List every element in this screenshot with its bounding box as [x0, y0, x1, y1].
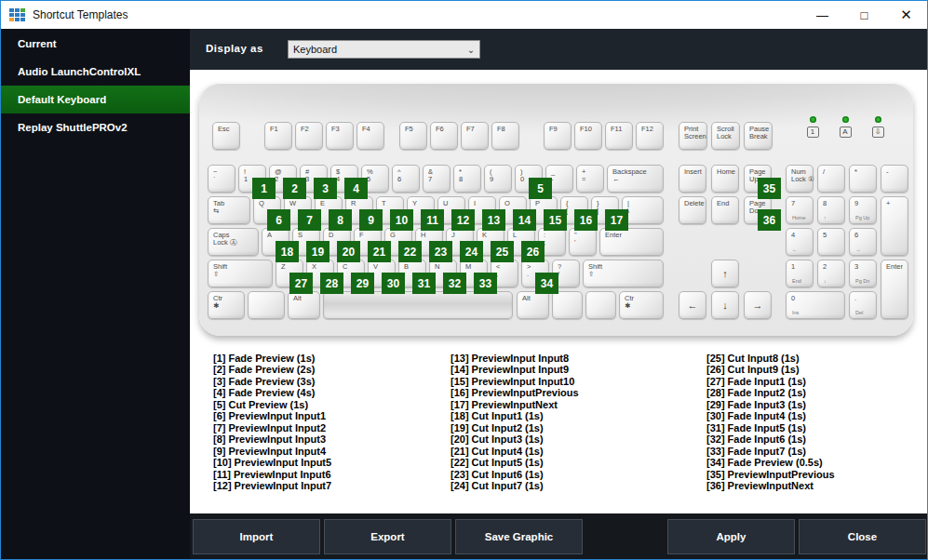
keyboard-key[interactable]: F6 — [430, 122, 458, 150]
keyboard-key[interactable]: + — [881, 196, 908, 256]
keyboard-key[interactable]: 4← — [786, 228, 814, 256]
keyboard-key[interactable]: ↑ — [711, 260, 739, 287]
keyboard-key[interactable]: += — [576, 165, 604, 193]
indicator-led: ⇩ — [867, 116, 888, 138]
keyboard-key[interactable]: Backspace← — [607, 165, 664, 193]
keyboard-key[interactable]: - — [881, 165, 908, 193]
titlebar: Shortcut Templates — □ ✕ — [1, 1, 927, 29]
keyboard-key[interactable]: ↓ — [711, 291, 739, 319]
keyboard-key[interactable]: → — [744, 291, 772, 319]
key-label: H — [421, 232, 425, 239]
keyboard-key[interactable]: PrintScreen — [679, 122, 707, 150]
key-label: 7 — [791, 200, 795, 207]
close-button[interactable]: Close — [799, 519, 926, 554]
keyboard-key[interactable]: Shift⇧ — [583, 260, 664, 287]
keyboard-key[interactable]: Q6 — [253, 196, 281, 224]
keyboard-key[interactable]: Home — [711, 165, 739, 193]
keyboard-key[interactable]: 0Ins — [786, 291, 845, 319]
key-label: * — [854, 168, 857, 176]
keyboard-key[interactable]: Enter — [599, 228, 664, 256]
keyboard-key[interactable]: F9 — [544, 122, 572, 150]
keyboard-key[interactable]: F8 — [491, 122, 519, 150]
keyboard-key[interactable]: F7 — [461, 122, 489, 150]
keyboard-key[interactable]: PauseBreak — [744, 122, 773, 150]
keyboard-key[interactable]: &7 — [423, 165, 451, 193]
legend-entry: [29] Fade Input3 (1s) — [706, 399, 928, 410]
keyboard-key[interactable]: Esc — [212, 122, 240, 150]
keyboard-key[interactable] — [248, 291, 285, 319]
keyboard-key[interactable]: .Del — [849, 291, 877, 319]
keyboard-key[interactable]: 2↓ — [817, 260, 845, 287]
keyboard-key[interactable]: End — [711, 196, 739, 224]
keyboard-key[interactable]: F4 — [356, 122, 384, 150]
apply-button[interactable]: Apply — [667, 519, 795, 554]
key-label: (9 — [490, 168, 493, 183]
keyboard-key[interactable]: F3 — [326, 122, 354, 150]
keyboard-key[interactable]: Enter — [881, 260, 908, 319]
keyboard-key[interactable]: F5 — [399, 122, 427, 150]
keyboard-key[interactable]: 1End — [786, 260, 814, 287]
keyboard-key[interactable]: PageDown36 — [744, 196, 772, 224]
keyboard-key[interactable]: >.34 — [521, 260, 549, 287]
legend-column: [1] Fade Preview (1s)[2] Fade Preview (2… — [213, 353, 446, 491]
key-sublabel: ↓ — [824, 278, 827, 284]
shortcut-number-badge: 18 — [276, 241, 299, 262]
legend-entry: [10] PreviewInput Input5 — [213, 457, 446, 468]
import-button[interactable]: Import — [193, 519, 320, 554]
keyboard-key[interactable]: 8↑ — [817, 196, 845, 224]
keyboard-key[interactable]: F10 — [574, 122, 602, 150]
close-window-button[interactable]: ✕ — [885, 1, 927, 29]
keyboard-key[interactable]: )05 — [515, 165, 543, 193]
maximize-button[interactable]: □ — [843, 1, 885, 29]
keyboard-key[interactable] — [323, 291, 513, 319]
keyboard-key[interactable]: ~` — [208, 165, 235, 193]
keyboard-key[interactable]: * — [849, 165, 877, 193]
keyboard-key[interactable]: Ctr✱ — [208, 291, 245, 319]
keyboard-key[interactable]: F12 — [636, 122, 664, 150]
keyboard-key[interactable]: Alt — [517, 291, 549, 319]
keyboard-key[interactable]: F1 — [264, 122, 292, 150]
sidebar-item-current[interactable]: Current — [1, 30, 190, 58]
keyboard-key[interactable]: Z27 — [276, 260, 303, 287]
shortcut-number-badge: 28 — [320, 273, 343, 294]
sidebar-item-audio-launchcontrolxl[interactable]: Audio LaunchControlXL — [1, 58, 190, 86]
keyboard-key[interactable] — [552, 291, 583, 319]
keyboard-key[interactable]: Tab⇆ — [208, 196, 250, 224]
keyboard-key[interactable]: / — [817, 165, 845, 193]
sidebar-item-replay-shuttleprov2[interactable]: Replay ShuttlePROv2 — [1, 113, 190, 141]
key-label: F12 — [641, 126, 653, 133]
save-graphic-button[interactable]: Save Graphic — [455, 519, 583, 554]
keyboard-key[interactable]: *8 — [453, 165, 481, 193]
keyboard-key[interactable]: ^6 — [392, 165, 420, 193]
minimize-button[interactable]: — — [801, 1, 843, 29]
keyboard-key[interactable]: Ctr✱ — [619, 291, 664, 319]
keyboard-key[interactable]: A18 — [262, 228, 289, 256]
legend-entry: [8] PreviewInput Input3 — [213, 433, 446, 445]
sidebar-item-default-keyboard[interactable]: Default Keyboard — [1, 86, 190, 113]
keyboard-key[interactable]: F2 — [295, 122, 323, 150]
display-as-dropdown[interactable]: Keyboard ⌄ — [288, 40, 480, 59]
keyboard-key[interactable] — [585, 291, 616, 319]
keyboard-key[interactable]: Delete — [679, 196, 706, 224]
keyboard-key[interactable]: Insert — [679, 165, 706, 193]
keyboard-key[interactable]: ScrollLock — [711, 122, 740, 150]
keyboard-key[interactable]: 3Pg Dn — [849, 260, 877, 287]
keyboard-key[interactable]: F11 — [605, 122, 633, 150]
keyboard-key[interactable]: Shift⇧ — [208, 260, 273, 287]
keyboard-key[interactable]: NumLock ① — [786, 165, 814, 193]
indicator-led: A — [835, 116, 855, 138]
shortcut-number-badge: 13 — [482, 209, 505, 231]
shortcut-number-badge: 29 — [351, 273, 374, 294]
keyboard-key[interactable]: 5 — [817, 228, 845, 256]
keyboard-key[interactable]: Alt — [288, 291, 320, 319]
keyboard-key[interactable]: PageUp35 — [744, 165, 772, 193]
export-button[interactable]: Export — [324, 519, 451, 554]
keyboard-key[interactable]: !11 — [238, 165, 266, 193]
keyboard-key[interactable]: (9 — [484, 165, 512, 193]
keyboard-key[interactable]: CapsLock Ⓐ — [208, 228, 259, 256]
keyboard-key[interactable]: 6→ — [849, 228, 877, 256]
keyboard-key[interactable]: ← — [679, 291, 706, 319]
keyboard-key[interactable]: 7Home — [786, 196, 814, 224]
keyboard-key[interactable]: 9Pg Up — [849, 196, 877, 224]
keyboard-key[interactable]: "' — [569, 228, 597, 256]
